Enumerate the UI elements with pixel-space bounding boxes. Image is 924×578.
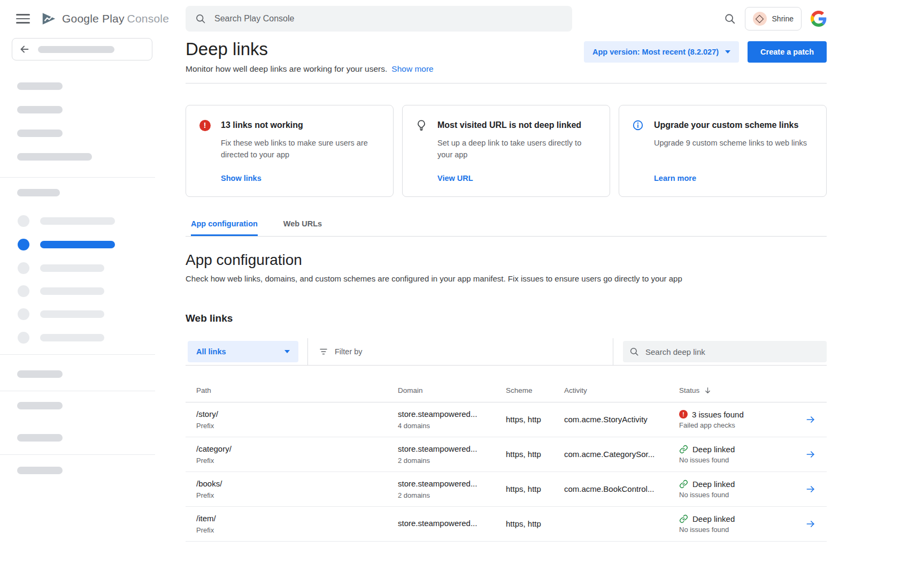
google-account-avatar[interactable]	[811, 11, 827, 27]
scheme-value: https, http	[506, 519, 564, 529]
filter-by-button[interactable]: Filter by	[319, 347, 363, 356]
column-header-domain: Domain	[398, 386, 506, 394]
card-title: Most visited URL is not deep linked	[437, 119, 581, 131]
path-type: Prefix	[196, 491, 398, 500]
error-icon: !	[679, 410, 688, 419]
sidebar	[0, 37, 155, 578]
console-search-bar[interactable]	[186, 6, 572, 32]
status-detail: No issues found	[679, 490, 805, 499]
skeleton-bar	[40, 310, 104, 318]
row-detail-arrow[interactable]	[805, 519, 827, 529]
section-title: App configuration	[186, 250, 827, 270]
tab-bar: App configuration Web URLs	[186, 219, 827, 237]
domain-count: 4 domains	[398, 421, 506, 430]
play-console-logo-icon	[41, 11, 57, 27]
skeleton-bar	[17, 402, 63, 409]
tab-app-configuration[interactable]: App configuration	[191, 219, 258, 236]
status-detail: No issues found	[679, 525, 805, 534]
app-version-dropdown[interactable]: App version: Most recent (8.2.027)	[584, 41, 739, 63]
column-header-path: Path	[196, 386, 398, 394]
activity-value: com.acme.BookControl...	[564, 484, 679, 495]
skeleton-bar	[17, 370, 63, 378]
arrow-left-icon	[19, 43, 30, 55]
scheme-value: https, http	[506, 414, 564, 425]
status-badge: Deep linked	[679, 514, 805, 523]
error-icon: !	[199, 119, 211, 131]
status-detail: No issues found	[679, 455, 805, 465]
path-type: Prefix	[196, 526, 398, 535]
column-header-scheme: Scheme	[506, 386, 564, 394]
row-detail-arrow[interactable]	[805, 414, 827, 425]
card-body: Fix these web links to make sure users a…	[221, 137, 380, 161]
show-more-link[interactable]: Show more	[391, 64, 433, 73]
card-body: Upgrade 9 custom scheme links to web lin…	[654, 137, 813, 149]
show-links-link[interactable]: Show links	[221, 174, 380, 182]
tab-web-urls[interactable]: Web URLs	[283, 219, 322, 236]
arrow-right-icon	[805, 414, 816, 425]
column-header-activity: Activity	[564, 386, 679, 394]
activity-value: com.acme.CategorySor...	[564, 449, 679, 460]
row-detail-arrow[interactable]	[805, 484, 827, 495]
status-badge: Deep linked	[679, 445, 805, 454]
activity-value: com.acme.StoryActivity	[564, 414, 679, 425]
link-icon	[679, 480, 688, 489]
sidebar-nav-item	[18, 332, 155, 344]
page-title: Deep links	[186, 39, 434, 60]
link-icon	[679, 445, 688, 454]
search-icon	[195, 13, 206, 24]
skeleton-circle	[18, 332, 29, 344]
console-search-input[interactable]	[213, 13, 563, 24]
app-switcher-chip[interactable]: Shrine	[745, 7, 802, 31]
links-filter-dropdown[interactable]: All links	[188, 341, 298, 362]
skeleton-bar	[40, 287, 104, 295]
sort-descending-icon	[704, 386, 712, 394]
sidebar-nav-item	[18, 285, 155, 297]
skeleton-bar	[40, 217, 115, 225]
info-icon	[632, 119, 644, 131]
domain-value: store.steampowered...	[398, 444, 506, 454]
link-icon	[679, 514, 688, 523]
sidebar-divider	[0, 454, 155, 455]
sidebar-nav-item-active[interactable]	[18, 239, 155, 250]
section-description: Check how web links, domains, and custom…	[186, 273, 827, 285]
topbar-right-cluster: Shrine	[724, 0, 827, 37]
skeleton-section-label	[17, 189, 60, 196]
skeleton-circle	[18, 215, 29, 227]
row-detail-arrow[interactable]	[805, 449, 827, 460]
skeleton-bar	[40, 334, 104, 341]
hamburger-menu-button[interactable]	[16, 13, 30, 24]
deep-link-search-input[interactable]	[644, 347, 820, 357]
card-title: 13 links not working	[221, 119, 303, 131]
logo-text-primary: Google Play	[62, 12, 125, 25]
create-patch-button[interactable]: Create a patch	[748, 41, 827, 63]
skeleton-bar	[17, 467, 63, 474]
arrow-right-icon	[805, 519, 816, 529]
topbar-search-button[interactable]	[724, 13, 736, 25]
search-icon	[629, 347, 639, 356]
table-row: /story/ Prefix store.steampowered... 4 d…	[186, 402, 827, 437]
scheme-value: https, http	[506, 484, 564, 495]
domain-count: 2 domains	[398, 456, 506, 465]
learn-more-link[interactable]: Learn more	[654, 174, 813, 182]
sidebar-nav-item	[18, 215, 155, 227]
path-type: Prefix	[196, 421, 398, 430]
sidebar-divider	[0, 354, 155, 355]
path-value: /category/	[196, 444, 398, 454]
card-title: Upgrade your custom scheme links	[654, 119, 798, 131]
insight-cards: ! 13 links not working Fix these web lin…	[186, 105, 827, 197]
chevron-down-icon	[284, 350, 290, 353]
skeleton-circle	[18, 285, 29, 297]
sidebar-back-button[interactable]	[12, 38, 152, 60]
play-console-logo: Google PlayConsole	[41, 11, 169, 27]
skeleton-bar	[40, 264, 104, 272]
status-badge: ! 3 issues found	[679, 410, 805, 419]
page-header: Deep links Monitor how well deep links a…	[186, 39, 827, 75]
scheme-value: https, http	[506, 449, 564, 460]
chevron-down-icon	[725, 50, 730, 54]
column-header-status[interactable]: Status	[679, 386, 805, 394]
deep-link-search[interactable]	[623, 341, 827, 362]
domain-value: store.steampowered...	[398, 409, 506, 420]
view-url-link[interactable]: View URL	[437, 174, 597, 182]
page-subtitle: Monitor how well deep links are working …	[186, 64, 387, 73]
path-type: Prefix	[196, 456, 398, 465]
